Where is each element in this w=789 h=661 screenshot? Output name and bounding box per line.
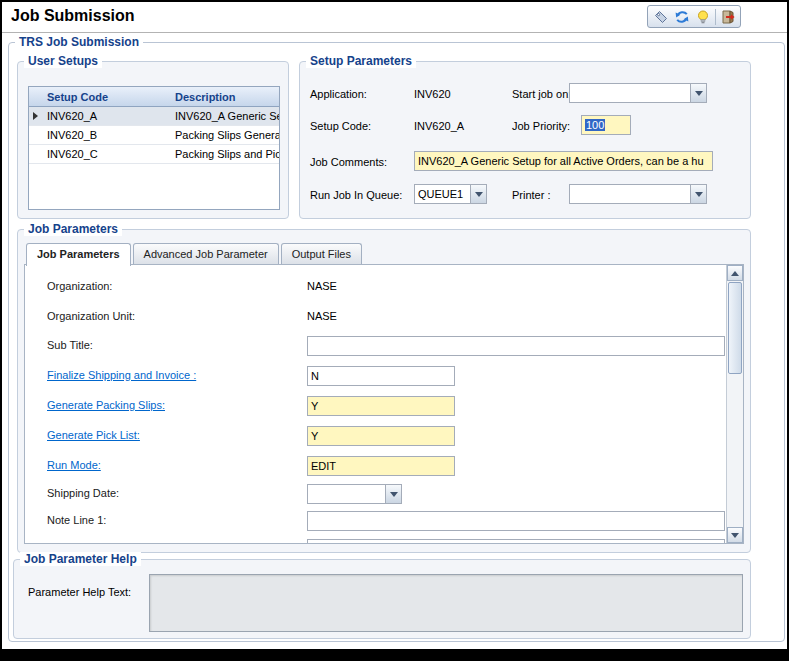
generate-pick-list-field[interactable]: Y	[307, 426, 455, 446]
window-bottom-frame	[2, 649, 787, 659]
generate-pick-list-link[interactable]: Generate Pick List:	[47, 429, 140, 441]
column-header-setup-code[interactable]: Setup Code	[43, 87, 171, 106]
user-setups-grid: Setup Code Description INV620_A INV620_A…	[28, 86, 280, 210]
application-label: Application:	[310, 87, 367, 101]
field-row-note-line-2: Note Line 2:	[25, 539, 726, 544]
job-comments-label: Job Comments:	[310, 155, 387, 169]
field-row-finalize-shipping: Finalize Shipping and Invoice : N	[25, 366, 726, 387]
tab-output-files[interactable]: Output Files	[281, 243, 362, 264]
printer-label: Printer :	[512, 188, 551, 202]
grid-row-inv620-b[interactable]: INV620_B Packing Slips Generatio	[29, 126, 279, 145]
row-selector-cell	[29, 145, 43, 163]
group-title-trs: TRS Job Submission	[15, 35, 143, 49]
job-priority-label: Job Priority:	[512, 119, 570, 133]
vertical-scrollbar[interactable]	[726, 265, 743, 543]
window-header: Job Submission	[2, 2, 787, 33]
row-selector-cell	[29, 126, 43, 144]
note-line-1-label: Note Line 1:	[47, 514, 106, 526]
chevron-down-icon[interactable]	[470, 185, 486, 203]
field-row-generate-packing-slips: Generate Packing Slips: Y	[25, 396, 726, 417]
run-mode-link[interactable]: Run Mode:	[47, 459, 101, 471]
cell-description: INV620_A Generic Set	[171, 107, 279, 125]
job-parameter-help-group: Job Parameter Help Parameter Help Text:	[13, 559, 751, 639]
tag-icon[interactable]	[652, 8, 670, 26]
user-setups-group: User Setups Setup Code Description INV62…	[17, 61, 289, 219]
group-title-job-parameters: Job Parameters	[24, 222, 122, 236]
setup-code-value: INV620_A	[414, 119, 464, 133]
field-row-sub-title: Sub Title:	[25, 336, 726, 357]
field-row-note-line-1: Note Line 1:	[25, 511, 726, 532]
generate-packing-slips-field[interactable]: Y	[307, 396, 455, 416]
organization-value: NASE	[307, 280, 337, 292]
start-job-on-value	[570, 84, 690, 102]
organization-unit-label: Organization Unit:	[47, 310, 135, 322]
chevron-down-icon[interactable]	[690, 185, 706, 203]
cell-setup-code: INV620_A	[43, 107, 171, 125]
sub-title-field[interactable]	[307, 336, 725, 356]
run-job-in-queue-label: Run Job In Queue:	[310, 188, 402, 202]
trs-job-submission-group: TRS Job Submission User Setups Setup Cod…	[8, 42, 785, 642]
run-job-in-queue-dropdown[interactable]: QUEUE1	[414, 184, 487, 204]
row-selector-header	[29, 87, 43, 106]
generate-packing-slips-link[interactable]: Generate Packing Slips:	[47, 399, 165, 411]
refresh-icon[interactable]	[673, 8, 691, 26]
parameter-help-text-label: Parameter Help Text:	[28, 585, 131, 599]
exit-icon[interactable]	[719, 8, 737, 26]
finalize-shipping-and-invoice-link[interactable]: Finalize Shipping and Invoice :	[47, 369, 196, 381]
organization-unit-value: NASE	[307, 310, 337, 322]
finalize-shipping-and-invoice-field[interactable]: N	[307, 366, 455, 386]
organization-label: Organization:	[47, 280, 112, 292]
job-priority-field[interactable]: 100	[581, 115, 631, 135]
row-selector-cell	[29, 107, 43, 125]
run-mode-field[interactable]: EDIT	[307, 456, 455, 476]
start-job-on-dropdown[interactable]	[569, 83, 707, 103]
job-parameters-group: Job Parameters Job Parameters Advanced J…	[17, 229, 751, 553]
grid-row-inv620-a[interactable]: INV620_A INV620_A Generic Set	[29, 107, 279, 126]
chevron-down-icon[interactable]	[385, 485, 401, 503]
parameter-help-text-area	[149, 574, 743, 632]
note-line-1-field[interactable]	[307, 511, 725, 531]
field-row-organization: Organization: NASE	[25, 277, 726, 298]
toolbar	[647, 5, 741, 28]
grid-row-inv620-c[interactable]: INV620_C Packing Slips and PickL	[29, 145, 279, 164]
application-value: INV620	[414, 87, 451, 101]
field-row-generate-pick-list: Generate Pick List: Y	[25, 426, 726, 447]
field-row-organization-unit: Organization Unit: NASE	[25, 307, 726, 328]
page-title: Job Submission	[11, 7, 135, 25]
cell-setup-code: INV620_C	[43, 145, 171, 163]
shipping-date-label: Shipping Date:	[47, 487, 119, 499]
tab-job-parameters[interactable]: Job Parameters	[26, 243, 131, 266]
start-job-on-label: Start job on:	[512, 87, 571, 101]
printer-value	[570, 185, 690, 203]
selected-row-arrow-icon	[33, 112, 38, 120]
cell-description: Packing Slips and PickL	[171, 145, 279, 163]
sub-title-label: Sub Title:	[47, 339, 93, 351]
grid-header: Setup Code Description	[29, 87, 279, 107]
scroll-down-icon[interactable]	[727, 527, 743, 543]
tab-advanced-job-parameter[interactable]: Advanced Job Parameter	[133, 243, 279, 264]
scrollbar-thumb[interactable]	[728, 282, 742, 374]
toolbar-separator	[715, 9, 716, 25]
setup-code-label: Setup Code:	[310, 119, 371, 133]
job-parameters-panel: Organization: NASE Organization Unit: NA…	[24, 264, 744, 544]
run-job-in-queue-value: QUEUE1	[415, 185, 470, 203]
group-title-job-parameter-help: Job Parameter Help	[20, 552, 141, 566]
note-line-2-field[interactable]	[307, 539, 725, 544]
column-header-description[interactable]: Description	[171, 87, 279, 106]
scroll-up-icon[interactable]	[727, 265, 743, 281]
field-row-shipping-date: Shipping Date:	[25, 484, 726, 505]
cell-setup-code: INV620_B	[43, 126, 171, 144]
job-priority-value: 100	[585, 119, 605, 131]
note-line-2-label: Note Line 2:	[47, 542, 106, 544]
field-row-run-mode: Run Mode: EDIT	[25, 456, 726, 477]
job-parameters-tabstrip: Job Parameters Advanced Job Parameter Ou…	[26, 243, 364, 265]
group-title-user-setups: User Setups	[24, 54, 102, 68]
shipping-date-value	[308, 485, 385, 503]
job-submission-window: Job Submission	[0, 0, 789, 661]
lightbulb-icon[interactable]	[694, 8, 712, 26]
printer-dropdown[interactable]	[569, 184, 707, 204]
chevron-down-icon[interactable]	[690, 84, 706, 102]
job-comments-field[interactable]: INV620_A Generic Setup for all Active Or…	[414, 151, 713, 171]
shipping-date-dropdown[interactable]	[307, 484, 402, 504]
group-title-setup-parameters: Setup Parameters	[306, 54, 416, 68]
